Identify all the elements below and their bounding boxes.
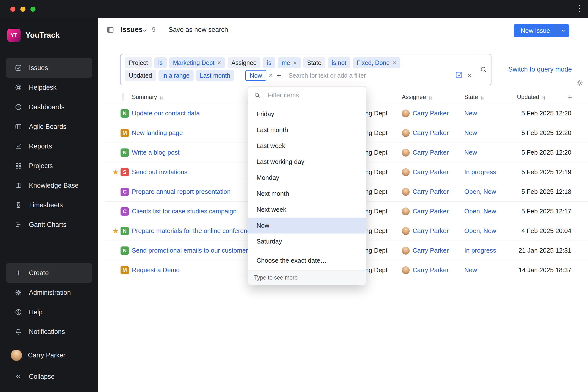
sidebar-item-helpdesk[interactable]: Helpdesk xyxy=(6,78,92,97)
new-issue-main-button[interactable]: New issue xyxy=(514,24,557,37)
dropdown-item[interactable]: Next month xyxy=(248,186,366,202)
assignee-link[interactable]: Carry Parker xyxy=(412,188,448,196)
issue-title-link[interactable]: New landing page xyxy=(132,129,183,136)
column-header-state[interactable]: State xyxy=(464,94,485,100)
dropdown-item[interactable]: Last week xyxy=(248,138,366,154)
filter-chip-value[interactable]: Fixed, Done× xyxy=(353,57,400,68)
assignee-link[interactable]: Carry Parker xyxy=(412,208,448,215)
toggle-sidebar-icon[interactable] xyxy=(106,26,115,34)
dropdown-item[interactable]: Next week xyxy=(248,202,366,218)
youtrack-logo[interactable]: YT YouTrack xyxy=(7,29,60,42)
remove-filter-icon[interactable]: × xyxy=(217,60,221,66)
sidebar-item-administration[interactable]: Administration xyxy=(6,283,92,302)
state-link[interactable]: In progress xyxy=(464,168,496,176)
switch-to-query-mode-link[interactable]: Switch to query mode xyxy=(508,66,572,73)
star-icon[interactable]: ★ xyxy=(112,227,119,235)
new-issue-dropdown-button[interactable] xyxy=(558,24,569,37)
assignee-link[interactable]: Carry Parker xyxy=(412,227,448,235)
filter-chip-attribute[interactable]: Updated xyxy=(125,70,156,81)
sidebar-item-dashboards[interactable]: Dashboards xyxy=(6,97,92,117)
issue-title-link[interactable]: Send out invitations xyxy=(132,168,188,176)
issue-title-link[interactable]: Request a Demo xyxy=(132,266,180,274)
assignee-link[interactable]: Carry Parker xyxy=(412,247,448,254)
page-title[interactable]: Issues xyxy=(120,26,142,34)
star-icon[interactable]: ★ xyxy=(112,168,119,176)
dropdown-item[interactable]: Friday xyxy=(248,106,366,122)
filter-chip-operator[interactable]: in a range xyxy=(158,70,194,81)
issue-title-link[interactable]: Prepare materials for the online confere… xyxy=(132,227,254,234)
dropdown-item[interactable]: Saturday xyxy=(248,234,366,250)
assignee-link[interactable]: Carry Parker xyxy=(412,129,448,137)
sidebar-item-help[interactable]: Help xyxy=(6,302,92,322)
filter-chip-operator[interactable]: is xyxy=(263,57,275,68)
dropdown-item[interactable]: Last month xyxy=(248,122,366,138)
filter-chip-operator[interactable]: is xyxy=(154,57,166,68)
minimize-window-button[interactable] xyxy=(20,6,26,12)
issue-title-link[interactable]: Write a blog post xyxy=(132,149,180,156)
sidebar-item-label: Dashboards xyxy=(29,104,65,111)
window-menu-icon[interactable] xyxy=(579,5,580,12)
table-settings-gear-icon[interactable] xyxy=(576,79,584,87)
collapse-sidebar-button[interactable]: Collapse xyxy=(6,367,92,386)
user-profile[interactable]: Carry Parker xyxy=(0,347,98,364)
sidebar-item-issues[interactable]: Issues xyxy=(6,58,92,78)
filter-chip-attribute[interactable]: Project xyxy=(125,57,152,68)
state-link[interactable]: New xyxy=(464,266,477,274)
remove-filter-icon[interactable]: × xyxy=(269,72,273,80)
state-link[interactable]: New xyxy=(464,129,477,136)
assignee-link[interactable]: Carry Parker xyxy=(412,149,448,156)
remove-filter-icon[interactable]: × xyxy=(392,60,396,66)
dropdown-item-selected[interactable]: Now xyxy=(248,218,366,234)
saved-search-check-icon[interactable] xyxy=(455,71,463,80)
search-input[interactable]: Search for text or add a filter xyxy=(288,72,366,79)
filter-chip-value[interactable]: Last month xyxy=(196,70,234,81)
sidebar-item-agile-boards[interactable]: Agile Boards xyxy=(6,117,92,136)
sidebar-item-timesheets[interactable]: Timesheets xyxy=(6,195,92,215)
sidebar-item-notifications[interactable]: Notifications xyxy=(6,322,92,342)
assignee-link[interactable]: Carry Parker xyxy=(412,266,448,274)
state-link[interactable]: In progress xyxy=(464,247,496,254)
create-button[interactable]: Create xyxy=(6,263,92,283)
column-header-assignee[interactable]: Assignee xyxy=(402,94,433,100)
select-all-checkbox[interactable] xyxy=(122,93,124,101)
filter-chip-attribute[interactable]: State xyxy=(303,57,325,68)
issue-title-link[interactable]: Send promotional emails to our customers xyxy=(132,247,251,254)
search-filter-bar[interactable]: Project is Marketing Dept× Assignee is m… xyxy=(120,54,492,85)
issue-title-link[interactable]: Prepare annual report presentation xyxy=(132,188,230,195)
filter-chip-operator[interactable]: is not xyxy=(328,57,350,68)
add-filter-icon[interactable]: + xyxy=(275,71,283,80)
run-search-button[interactable] xyxy=(476,54,491,85)
column-header-summary[interactable]: Summary xyxy=(132,94,164,100)
issue-count: 9 xyxy=(152,26,156,34)
filter-chip-value[interactable]: Marketing Dept× xyxy=(169,57,225,68)
sidebar-item-gantt-charts[interactable]: Gantt Charts xyxy=(6,215,92,234)
filter-chip-value[interactable]: me× xyxy=(278,57,301,68)
column-header-updated[interactable]: Updated xyxy=(517,94,546,100)
sidebar-item-knowledge-base[interactable]: Knowledge Base xyxy=(6,176,92,195)
add-column-button[interactable]: + xyxy=(568,93,588,101)
state-link[interactable]: Open, New xyxy=(464,227,496,234)
filter-chip-value-focused[interactable]: Now xyxy=(245,70,266,81)
state-link[interactable]: Open, New xyxy=(464,208,496,215)
state-link[interactable]: New xyxy=(464,110,477,117)
save-as-new-search-button[interactable]: Save as new search xyxy=(168,26,228,34)
assignee-link[interactable]: Carry Parker xyxy=(412,110,448,117)
dropdown-item[interactable]: Last working day xyxy=(248,154,366,170)
dropdown-item[interactable]: Monday xyxy=(248,170,366,186)
sidebar-item-reports[interactable]: Reports xyxy=(6,136,92,156)
sidebar-item-projects[interactable]: Projects xyxy=(6,156,92,176)
assignee-link[interactable]: Carry Parker xyxy=(412,168,448,176)
state-link[interactable]: New xyxy=(464,149,477,156)
state-link[interactable]: Open, New xyxy=(464,188,496,195)
sidebar-item-label: Timesheets xyxy=(29,202,63,209)
chevron-down-icon[interactable] xyxy=(142,28,148,34)
dropdown-search-field[interactable]: Filter items xyxy=(248,86,366,104)
zoom-window-button[interactable] xyxy=(30,6,36,12)
choose-exact-date-item[interactable]: Choose the exact date… xyxy=(248,252,366,268)
close-window-button[interactable] xyxy=(10,6,16,12)
remove-filter-icon[interactable]: × xyxy=(293,60,297,66)
issue-title-link[interactable]: Update our contact data xyxy=(132,110,200,117)
clear-search-icon[interactable]: × xyxy=(468,72,472,80)
filter-chip-attribute[interactable]: Assignee xyxy=(228,57,261,68)
issue-title-link[interactable]: Clients list for case studies campaign xyxy=(132,208,237,215)
